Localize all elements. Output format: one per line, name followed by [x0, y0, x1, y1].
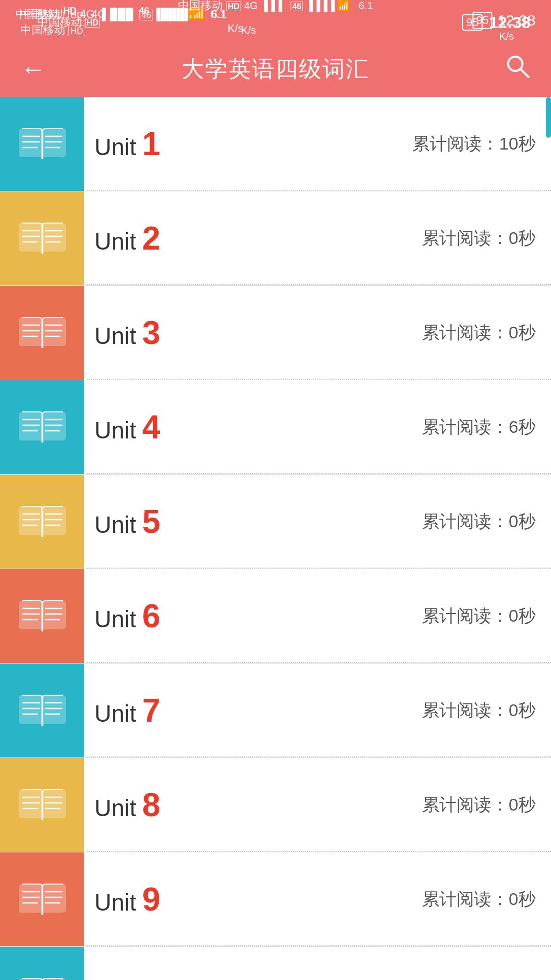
unit-number-5: 5 [142, 503, 161, 541]
unit-item-2[interactable]: Unit 2 累计阅读：0秒 [0, 191, 551, 286]
unit-content-10: Unit 10 累计阅读：0秒 [84, 947, 551, 980]
status-bar: 中国移动 HD 4G ▐▐▐▐ 46 ▐▐▐▐ 📶 6.1 K/s 中国移动 H… [0, 0, 551, 41]
unit-label-1: Unit 1 [94, 125, 160, 163]
unit-text-4: Unit [94, 416, 136, 444]
unit-text-2: Unit [94, 228, 136, 255]
unit-reading-5: 累计阅读：0秒 [422, 510, 536, 533]
unit-icon-8 [0, 758, 84, 852]
unit-content-5: Unit 5 累计阅读：0秒 [84, 475, 551, 569]
unit-item-6[interactable]: Unit 6 累计阅读：0秒 [0, 569, 551, 664]
unit-icon-9 [0, 852, 84, 946]
unit-item-9[interactable]: Unit 9 累计阅读：0秒 [0, 852, 551, 947]
unit-number-2: 2 [142, 219, 161, 257]
back-button[interactable]: ← [20, 54, 46, 84]
unit-item-1[interactable]: Unit 1 累计阅读：10秒 [0, 97, 551, 191]
svg-line-1 [520, 69, 529, 77]
unit-content-3: Unit 3 累计阅读：0秒 [84, 286, 551, 380]
unit-number-9: 9 [142, 880, 161, 918]
unit-content-9: Unit 9 累计阅读：0秒 [84, 852, 551, 946]
unit-content-7: Unit 7 累计阅读：0秒 [84, 664, 551, 757]
unit-text-9: Unit [94, 889, 136, 916]
unit-number-4: 4 [142, 408, 161, 446]
unit-content-6: Unit 6 累计阅读：0秒 [84, 569, 551, 663]
unit-icon-1 [0, 97, 84, 191]
unit-label-9: Unit 9 [94, 880, 160, 918]
carrier-line-1: 中国移动 HD 4G ▐▐▐ 46 ▐▐▐▐ 📶 6.1 [178, 0, 373, 13]
unit-icon-2 [0, 191, 84, 285]
unit-reading-1: 累计阅读：10秒 [412, 132, 536, 156]
unit-label-3: Unit 3 [94, 314, 160, 352]
unit-item-10[interactable]: Unit 10 累计阅读：0秒 [0, 947, 551, 980]
unit-icon-3 [0, 286, 84, 380]
unit-label-7: Unit 7 [94, 692, 160, 729]
page-title: 大学英语四级词汇 [182, 54, 369, 84]
unit-reading-7: 累计阅读：0秒 [422, 699, 536, 722]
unit-label-2: Unit 2 [94, 219, 160, 257]
unit-icon-6 [0, 569, 84, 663]
unit-text-8: Unit [94, 794, 136, 822]
unit-label-6: Unit 6 [94, 597, 160, 635]
unit-content-1: Unit 1 累计阅读：10秒 [84, 97, 551, 191]
unit-number-1: 1 [142, 125, 161, 163]
unit-reading-2: 累计阅读：0秒 [422, 227, 536, 250]
unit-label-5: Unit 5 [94, 503, 160, 541]
unit-icon-7 [0, 664, 84, 757]
unit-content-4: Unit 4 累计阅读：6秒 [84, 380, 551, 474]
unit-icon-5 [0, 475, 84, 569]
unit-item-3[interactable]: Unit 3 累计阅读：0秒 [0, 286, 551, 380]
unit-reading-4: 累计阅读：6秒 [422, 415, 536, 439]
unit-text-7: Unit [94, 700, 136, 727]
unit-text-1: Unit [94, 133, 136, 161]
unit-reading-3: 累计阅读：0秒 [422, 321, 536, 345]
unit-reading-8: 累计阅读：0秒 [422, 793, 536, 817]
unit-number-3: 3 [142, 314, 161, 352]
carrier-line-2: 中国移动 HD K/s [37, 14, 514, 43]
search-button[interactable] [505, 54, 531, 85]
unit-text-6: Unit [94, 605, 136, 633]
unit-content-2: Unit 2 累计阅读：0秒 [84, 191, 551, 285]
unit-list: Unit 1 累计阅读：10秒 Unit 2 累计阅读：0秒 [0, 97, 551, 980]
unit-number-6: 6 [142, 597, 161, 635]
unit-reading-9: 累计阅读：0秒 [422, 888, 536, 911]
unit-item-8[interactable]: Unit 8 累计阅读：0秒 [0, 758, 551, 852]
unit-item-4[interactable]: Unit 4 累计阅读：6秒 [0, 380, 551, 475]
unit-item-5[interactable]: Unit 5 累计阅读：0秒 [0, 475, 551, 569]
unit-content-8: Unit 8 累计阅读：0秒 [84, 758, 551, 852]
unit-number-7: 7 [142, 692, 161, 729]
header: ← 大学英语四级词汇 [0, 41, 551, 97]
unit-text-5: Unit [94, 511, 136, 538]
unit-label-4: Unit 4 [94, 408, 160, 446]
unit-text-3: Unit [94, 322, 136, 350]
unit-label-8: Unit 8 [94, 786, 160, 824]
unit-icon-4 [0, 380, 84, 474]
unit-number-10: 10 [142, 975, 179, 980]
unit-number-8: 8 [142, 786, 161, 824]
unit-icon-10 [0, 947, 84, 980]
unit-item-7[interactable]: Unit 7 累计阅读：0秒 [0, 664, 551, 758]
unit-reading-6: 累计阅读：0秒 [422, 604, 536, 628]
unit-label-10: Unit 10 [94, 975, 179, 980]
